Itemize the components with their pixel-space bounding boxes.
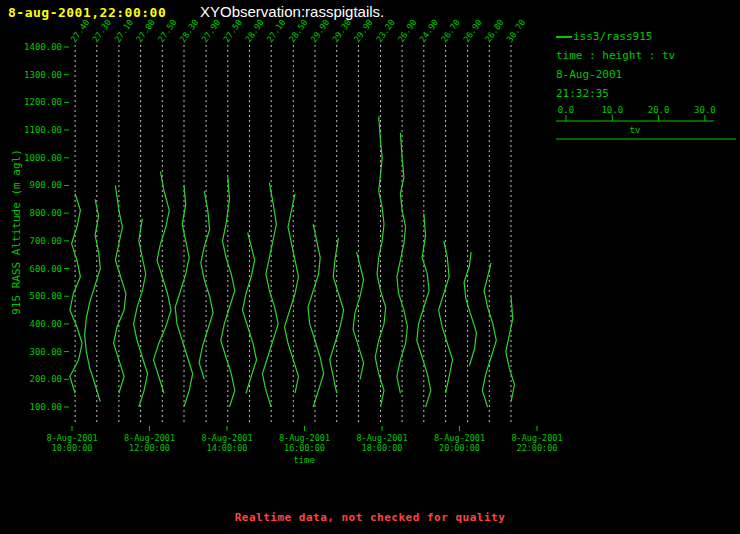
y-tick-label: 500.00 <box>29 291 62 301</box>
y-tick-label: 600.00 <box>29 264 62 274</box>
rass-profile <box>506 296 515 401</box>
y-tick-label: 300.00 <box>29 347 62 357</box>
rass-profile <box>221 177 235 407</box>
tv-scale-label: tv <box>630 125 641 135</box>
rass-profile <box>154 172 172 394</box>
x-axis: 8-Aug-200110:00:008-Aug-200112:00:008-Au… <box>46 426 562 453</box>
y-tick-label: 1100.00 <box>24 125 62 135</box>
quality-notice: Realtime data, not checked for quality <box>0 511 740 524</box>
profile-tv-label: 28.30 <box>177 17 200 44</box>
rass-profile <box>85 199 101 401</box>
y-tick-label: 200.00 <box>29 374 62 384</box>
profile-tv-label: 28.90 <box>243 17 266 44</box>
x-tick-date: 8-Aug-2001 <box>511 433 562 443</box>
rass-profile <box>464 252 476 366</box>
x-tick-date: 8-Aug-2001 <box>279 433 330 443</box>
profile-tv-label: 29.30 <box>330 17 353 44</box>
x-tick-date: 8-Aug-2001 <box>356 433 407 443</box>
profile-tv-label: 27.10 <box>265 17 288 44</box>
legend: iss3/rass915 time : height : tv 8-Aug-20… <box>556 27 675 103</box>
legend-series-row: iss3/rass915 <box>556 27 675 46</box>
y-tick-label: 800.00 <box>29 208 62 218</box>
x-tick-date: 8-Aug-2001 <box>46 433 97 443</box>
profile-tv-label: 23.20 <box>374 17 397 44</box>
y-axis: 1400.001300.001200.001100.001000.00900.0… <box>24 42 69 412</box>
legend-time: 21:32:35 <box>556 84 675 103</box>
x-axis-title: time <box>68 455 540 465</box>
profile-tv-label: 27.50 <box>156 17 179 44</box>
profile-tv-label: 27.90 <box>200 17 223 44</box>
rass-profile <box>285 194 299 393</box>
tv-tick-label: 20.0 <box>648 105 670 115</box>
profile-tv-label: 26.80 <box>483 17 506 44</box>
legend-date: 8-Aug-2001 <box>556 65 675 84</box>
profile-tv-label: 30.70 <box>504 17 527 44</box>
x-tick-time: 12:00:00 <box>129 443 170 453</box>
y-tick-label: 900.00 <box>29 180 62 190</box>
profile-tv-label: 27.00 <box>134 17 157 44</box>
y-tick-label: 1000.00 <box>24 153 62 163</box>
profile-tv-label: 26.90 <box>396 17 419 44</box>
x-tick-date: 8-Aug-2001 <box>434 433 485 443</box>
y-tick-label: 1300.00 <box>24 70 62 80</box>
tv-tick-label: 0.0 <box>558 105 574 115</box>
x-tick-date: 8-Aug-2001 <box>201 433 252 443</box>
profile-tv-label: 29.90 <box>308 17 331 44</box>
profile-tv-label: 26.70 <box>439 17 462 44</box>
x-tick-date: 8-Aug-2001 <box>124 433 175 443</box>
rass-profile <box>114 186 126 394</box>
tv-tick-label: 10.0 <box>601 105 623 115</box>
y-tick-label: 100.00 <box>29 402 62 412</box>
profile-tv-label: 26.90 <box>461 17 484 44</box>
rass-profile <box>308 224 324 407</box>
profile-tv-label: 27.40 <box>69 17 92 44</box>
x-tick-time: 18:00:00 <box>362 443 403 453</box>
legend-line-sample-icon <box>556 36 572 38</box>
x-tick-time: 10:00:00 <box>52 443 93 453</box>
profile-tv-label: 27.30 <box>90 17 113 44</box>
rass-display-window: 8-aug-2001,22:00:00 XYObservation:rasspi… <box>0 0 740 534</box>
tv-scale-axis: 0.010.020.030.0tv <box>556 105 736 139</box>
profile-tv-label: 29.90 <box>352 17 375 44</box>
profile-tv-label: 27.50 <box>221 17 244 44</box>
legend-series-label: iss3/rass915 <box>573 30 652 43</box>
rass-profile <box>262 183 278 407</box>
rass-profile <box>70 194 82 393</box>
y-tick-label: 700.00 <box>29 236 62 246</box>
legend-fields: time : height : tv <box>556 46 675 65</box>
y-tick-label: 1400.00 <box>24 42 62 52</box>
profile-tv-labels: 27.4027.3027.1027.0027.5028.3027.9027.50… <box>69 17 528 44</box>
tv-tick-label: 30.0 <box>694 105 716 115</box>
x-tick-time: 14:00:00 <box>207 443 248 453</box>
rass-profile <box>134 219 148 407</box>
time-gridlines <box>75 45 511 424</box>
x-tick-time: 20:00:00 <box>439 443 480 453</box>
profile-tv-label: 27.10 <box>112 17 135 44</box>
x-tick-time: 22:00:00 <box>517 443 558 453</box>
y-tick-label: 1200.00 <box>24 97 62 107</box>
y-tick-label: 400.00 <box>29 319 62 329</box>
rass-profiles <box>70 116 515 407</box>
x-tick-time: 16:00:00 <box>284 443 325 453</box>
profile-tv-label: 24.90 <box>417 17 440 44</box>
y-axis-title: 915 RASS Altitude (m agl) <box>10 149 23 315</box>
profile-tv-label: 28.50 <box>287 17 310 44</box>
